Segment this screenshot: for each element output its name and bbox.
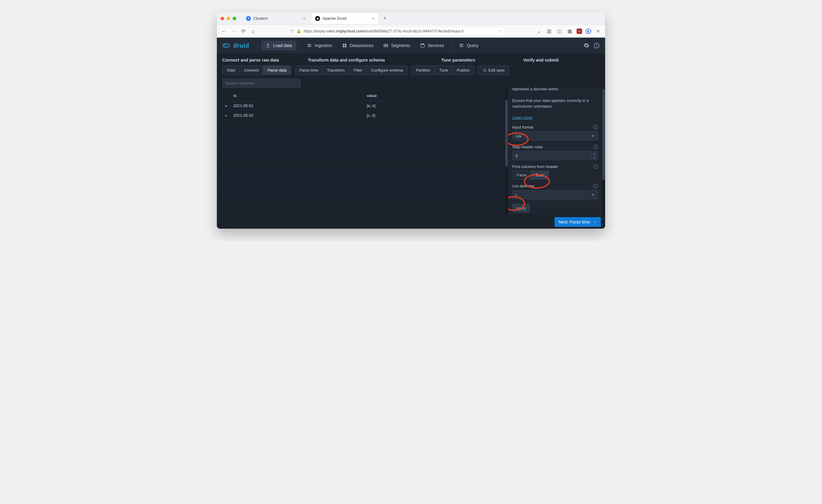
ublock-icon[interactable]: u: [576, 28, 582, 34]
preview-table: ts value ▸ 2021-05-01 [a, b] ▸ 2021-05-0…: [217, 88, 505, 215]
footer-bar: Next: Parse time →: [217, 215, 605, 228]
nav-label: Datasources: [350, 43, 374, 48]
nav-label: Load data: [273, 43, 292, 48]
nav-services[interactable]: Services: [416, 41, 448, 50]
close-tab-icon[interactable]: ×: [303, 16, 306, 21]
table-row[interactable]: ▸ 2021-05-02 [c, d]: [222, 111, 505, 120]
step-filter[interactable]: Filter: [349, 66, 367, 75]
nav-label: Services: [428, 43, 444, 48]
druid-logo-icon: [222, 42, 231, 49]
column-header-ts[interactable]: ts: [233, 93, 367, 98]
step-transform[interactable]: Transform: [323, 66, 349, 75]
step-up-button[interactable]: ▲: [591, 151, 597, 156]
table-body: ▸ 2021-05-01 [a, b] ▸ 2021-05-02 [c, d]: [222, 101, 505, 208]
step-tune[interactable]: Tune: [435, 66, 453, 75]
library-icon[interactable]: ▥: [546, 28, 552, 34]
cell-value: [c, d]: [367, 113, 502, 118]
tab-apache-druid[interactable]: ◉ Apache Druid ×: [312, 13, 378, 24]
step-start[interactable]: Start: [223, 66, 240, 75]
tab-label: Clusters: [253, 16, 268, 21]
clusters-favicon-icon: ✦: [246, 16, 251, 21]
nav-datasources[interactable]: Datasources: [338, 41, 378, 50]
apply-button[interactable]: Apply: [512, 203, 530, 212]
bookmark-star-icon[interactable]: ☆: [498, 29, 502, 33]
close-tab-icon[interactable]: ×: [372, 16, 375, 21]
address-bar[interactable]: 🛡 🔒 https://imply-sales.implycloud.com/d…: [287, 27, 505, 36]
skip-header-label: Skip header rows i: [512, 145, 598, 149]
divider: [299, 42, 300, 49]
gear-icon[interactable]: [583, 42, 589, 48]
empty-row: [222, 169, 505, 178]
find-columns-label: Find columns from header i: [512, 164, 598, 169]
step-down-button[interactable]: ▼: [591, 156, 597, 160]
pocket-icon[interactable]: ⌄: [535, 28, 542, 34]
group-transform-label: Transform data and configure schema: [308, 58, 426, 62]
seg-connect: Start Connect Parse data: [222, 65, 291, 75]
home-button[interactable]: ⌂: [250, 28, 256, 34]
select-value: csv: [516, 134, 522, 138]
hint-text: represent a discrete event. Ensure that …: [512, 88, 598, 121]
grid-icon[interactable]: ▦: [566, 28, 573, 34]
search-columns-input[interactable]: [222, 78, 301, 88]
list-delimiter-select[interactable]: | ▼: [512, 190, 598, 199]
panel-scrollbar[interactable]: [602, 88, 605, 215]
menu-button[interactable]: ≡: [595, 28, 601, 34]
brand[interactable]: druid: [222, 42, 249, 49]
input-format-select[interactable]: csv ▼: [512, 131, 598, 140]
empty-row: [222, 198, 505, 208]
services-icon: [420, 43, 425, 48]
nav-load-data[interactable]: Load data: [261, 41, 296, 50]
expand-row-icon[interactable]: ▸: [226, 103, 233, 108]
step-partition[interactable]: Partition: [412, 66, 435, 75]
top-nav: Load data Ingestion Datasources Segments: [261, 41, 483, 50]
skip-header-field[interactable]: [512, 151, 590, 160]
toggle-true[interactable]: True: [530, 171, 548, 179]
info-icon[interactable]: i: [593, 164, 598, 169]
step-edit-spec[interactable]: Edit spec: [478, 66, 509, 75]
step-configure-schema[interactable]: Configure schema: [367, 66, 408, 75]
maximize-window-button[interactable]: [233, 17, 236, 20]
nav-segments[interactable]: Segments: [379, 41, 414, 50]
back-button[interactable]: ←: [221, 28, 227, 34]
svg-text:?: ?: [596, 44, 597, 47]
edit-spec-icon: [483, 68, 487, 72]
step-parse-data[interactable]: Parse data: [263, 66, 291, 75]
learn-more-link[interactable]: Learn more: [512, 115, 532, 120]
reload-button[interactable]: ⟳: [240, 28, 247, 34]
main-area: ts value ▸ 2021-05-01 [a, b] ▸ 2021-05-0…: [217, 88, 605, 215]
step-parse-time[interactable]: Parse time: [295, 66, 323, 75]
browser-window: ✦ Clusters × ◉ Apache Druid × + ← → ⟳ ⌂ …: [217, 12, 605, 228]
new-tab-button[interactable]: +: [381, 15, 389, 22]
expand-row-icon[interactable]: ▸: [226, 113, 233, 118]
table-scrollbar[interactable]: [505, 88, 508, 215]
tab-clusters[interactable]: ✦ Clusters ×: [242, 13, 309, 24]
select-value: |: [516, 192, 516, 197]
step-row: Start Connect Parse data Parse time Tran…: [222, 65, 600, 75]
next-button[interactable]: Next: Parse time →: [554, 217, 601, 227]
forward-button[interactable]: →: [230, 28, 237, 34]
nav-ingestion[interactable]: Ingestion: [303, 41, 336, 50]
seg-verify: Edit spec: [478, 65, 509, 75]
header-right: ?: [583, 42, 600, 48]
wizard-subheader: Connect and parse raw data Transform dat…: [217, 53, 605, 88]
druid-favicon-icon: ◉: [315, 16, 320, 21]
sidebar-icon[interactable]: ◫: [556, 28, 563, 34]
info-icon[interactable]: i: [593, 145, 598, 149]
table-row[interactable]: ▸ 2021-05-01 [a, b]: [222, 101, 505, 111]
step-connect[interactable]: Connect: [240, 66, 263, 75]
nav-query[interactable]: Query: [455, 41, 483, 50]
info-icon[interactable]: i: [593, 184, 598, 188]
svg-point-4: [421, 43, 424, 45]
info-icon[interactable]: i: [593, 125, 598, 129]
nav-label: Ingestion: [315, 43, 332, 48]
extension-badge-icon[interactable]: ◐: [586, 28, 591, 34]
close-window-button[interactable]: [221, 17, 224, 20]
column-header-value[interactable]: value: [367, 93, 502, 98]
ingestion-icon: [307, 43, 313, 48]
step-publish[interactable]: Publish: [453, 66, 474, 75]
help-icon[interactable]: ?: [593, 42, 600, 48]
seg-tune: Partition Tune Publish: [411, 65, 474, 75]
config-panel: represent a discrete event. Ensure that …: [508, 88, 602, 215]
minimize-window-button[interactable]: [227, 17, 230, 20]
toggle-false[interactable]: False: [513, 171, 530, 179]
